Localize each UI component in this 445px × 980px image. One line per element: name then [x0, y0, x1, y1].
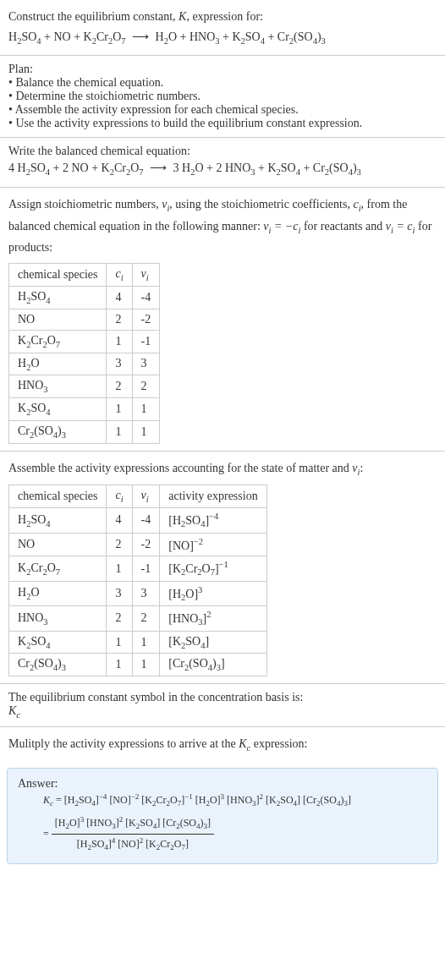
activity-intro: Assemble the activity expressions accoun… — [8, 458, 437, 480]
cell-ci: 3 — [107, 353, 132, 375]
answer-box: Answer: Kc = [H2SO4]−4 [NO]−2 [K2Cr2O7]−… — [7, 768, 438, 864]
cell-vi: -1 — [132, 330, 160, 353]
plan-heading: Plan: — [8, 63, 437, 76]
multiply-t1: Mulitply the activity expressions to arr… — [8, 737, 239, 750]
cell-vi: -2 — [132, 533, 160, 556]
cell-species: H2SO4 — [9, 286, 107, 309]
cell-ci: 1 — [107, 420, 132, 443]
cell-activity: [K2Cr2O7]−1 — [160, 556, 266, 581]
table-row: H2O33[H2O]3 — [9, 581, 267, 605]
kc-fraction: [H2O]3 [HNO3]2 [K2SO4] [Cr2(SO4)3] [H2SO… — [52, 813, 214, 854]
table-row: K2SO411[K2SO4] — [9, 631, 267, 654]
cell-vi: 1 — [132, 420, 160, 443]
cell-vi: 1 — [132, 398, 160, 421]
table-row: NO2-2 — [9, 309, 160, 330]
kc-product-line: Kc = [H2SO4]−4 [NO]−2 [K2Cr2O7]−1 [H2O]3… — [43, 791, 427, 811]
cell-ci: 1 — [107, 398, 132, 421]
cell-ci: 2 — [107, 375, 132, 398]
cell-activity: [NO]−2 — [160, 533, 266, 556]
nu-eq-neg-c: νi = −ci — [263, 220, 300, 233]
table-header-row: chemical species ci νi activity expressi… — [9, 485, 267, 508]
cell-ci: 3 — [107, 581, 132, 605]
cell-ci: 4 — [107, 508, 132, 533]
table-row: NO2-2[NO]−2 — [9, 533, 267, 556]
balanced-equation: 4 H2SO4 + 2 NO + K2Cr2O7 ⟶ 3 H2O + 2 HNO… — [8, 158, 437, 180]
table-row: H2SO44-4[H2SO4]−4 — [9, 508, 267, 533]
cell-ci: 2 — [107, 533, 132, 556]
cell-vi: -2 — [132, 309, 160, 330]
cell-ci: 1 — [107, 654, 132, 676]
cell-vi: -4 — [132, 508, 160, 533]
table-row: K2Cr2O71-1[K2Cr2O7]−1 — [9, 556, 267, 581]
activity-t1: Assemble the activity expressions accoun… — [8, 462, 352, 474]
intro-section: Construct the equilibrium constant, K, e… — [0, 0, 445, 56]
table-row: H2SO44-4 — [9, 286, 160, 309]
multiply-intro: Mulitply the activity expressions to arr… — [8, 734, 437, 756]
kc-denominator: [H2SO4]4 [NO]2 [K2Cr2O7] — [52, 835, 214, 855]
cell-vi: 1 — [132, 631, 160, 654]
kc-symbol: Kc — [8, 704, 437, 720]
table-row: HNO322[HNO3]2 — [9, 606, 267, 631]
activity-section: Assemble the activity expressions accoun… — [0, 452, 445, 685]
cell-species: NO — [9, 309, 107, 330]
cell-ci: 2 — [107, 309, 132, 330]
nu-i: νi — [162, 198, 169, 211]
cell-vi: 2 — [132, 375, 160, 398]
cell-activity: [H2O]3 — [160, 581, 266, 605]
kc-numerator: [H2O]3 [HNO3]2 [K2SO4] [Cr2(SO4)3] — [52, 813, 214, 835]
cell-species: NO — [9, 533, 107, 556]
cell-vi: -1 — [132, 556, 160, 581]
activity-table: chemical species ci νi activity expressi… — [8, 485, 267, 676]
table-row: K2SO411 — [9, 398, 160, 421]
cell-species: HNO3 — [9, 606, 107, 631]
kc-symbol-section: The equilibrium constant symbol in the c… — [0, 684, 445, 727]
cell-ci: 4 — [107, 286, 132, 309]
stoich-t2: , using the stoichiometric coefficients, — [169, 198, 353, 211]
multiply-t2: expression: — [250, 737, 307, 750]
cell-species: K2SO4 — [9, 398, 107, 421]
plan-bullet-2: • Determine the stoichiometric numbers. — [8, 90, 437, 103]
cell-species: H2O — [9, 581, 107, 605]
kc-fraction-line: = [H2O]3 [HNO3]2 [K2SO4] [Cr2(SO4)3] [H2… — [43, 813, 427, 854]
intro-text-b: , expression for: — [186, 10, 263, 23]
unbalanced-equation: H2SO4 + NO + K2Cr2O7 ⟶ H2O + HNO3 + K2SO… — [8, 27, 437, 49]
cell-species: HNO3 — [9, 375, 107, 398]
cell-species: H2SO4 — [9, 508, 107, 533]
stoich-t4: for reactants and — [300, 220, 385, 233]
kc-inline: Kc — [239, 737, 250, 750]
nu-eq-c: νi = ci — [386, 220, 415, 233]
cell-species: K2Cr2O7 — [9, 330, 107, 353]
table-row: K2Cr2O71-1 — [9, 330, 160, 353]
cell-ci: 1 — [107, 631, 132, 654]
cell-ci: 1 — [107, 556, 132, 581]
c-i: ci — [353, 198, 360, 211]
th-ci: ci — [107, 485, 132, 508]
K-symbol: K — [179, 10, 186, 23]
table-row: Cr2(SO4)311[Cr2(SO4)3] — [9, 654, 267, 676]
answer-label: Answer: — [18, 777, 427, 791]
kc-symbol-text: The equilibrium constant symbol in the c… — [8, 691, 437, 704]
table-row: HNO322 — [9, 375, 160, 398]
intro-text-a: Construct the equilibrium constant, — [8, 10, 179, 23]
cell-species: K2Cr2O7 — [9, 556, 107, 581]
cell-ci: 1 — [107, 330, 132, 353]
cell-activity: [Cr2(SO4)3] — [160, 654, 266, 676]
cell-species: Cr2(SO4)3 — [9, 654, 107, 676]
cell-vi: 1 — [132, 654, 160, 676]
intro-line1: Construct the equilibrium constant, K, e… — [8, 7, 437, 27]
cell-vi: 3 — [132, 353, 160, 375]
stoich-table: chemical species ci νi H2SO44-4 NO2-2 K2… — [8, 263, 160, 444]
nu-i-2: νi — [352, 462, 360, 474]
th-activity: activity expression — [160, 485, 266, 508]
cell-activity: [K2SO4] — [160, 631, 266, 654]
cell-activity: [HNO3]2 — [160, 606, 266, 631]
cell-activity: [H2SO4]−4 — [160, 508, 266, 533]
final-section: Mulitply the activity expressions to arr… — [0, 727, 445, 763]
plan-bullet-1: • Balance the chemical equation. — [8, 76, 437, 90]
stoich-section: Assign stoichiometric numbers, νi, using… — [0, 188, 445, 452]
balanced-heading: Write the balanced chemical equation: — [8, 145, 437, 158]
cell-ci: 2 — [107, 606, 132, 631]
table-row: Cr2(SO4)311 — [9, 420, 160, 443]
stoich-intro: Assign stoichiometric numbers, νi, using… — [8, 194, 437, 258]
th-species: chemical species — [9, 264, 107, 287]
